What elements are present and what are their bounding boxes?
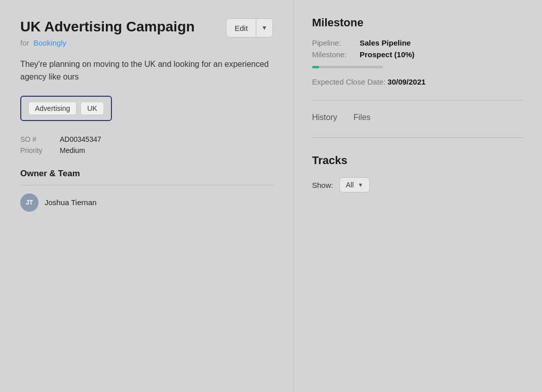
show-dropdown-value: All — [346, 181, 354, 189]
panel-divider — [312, 100, 524, 101]
progress-bar-container — [312, 66, 383, 68]
milestone-value: Prospect (10%) — [360, 50, 414, 59]
company-link[interactable]: Bookingly — [33, 38, 66, 47]
tracks-section: Tracks Show: All ▼ — [312, 154, 524, 192]
pipeline-value: Sales Pipeline — [360, 38, 411, 47]
milestone-row: Milestone: Prospect (10%) — [312, 50, 524, 59]
tabs-row: History Files — [312, 113, 524, 125]
pipeline-label: Pipeline: — [312, 38, 358, 47]
chevron-down-icon: ▼ — [358, 182, 363, 188]
edit-button[interactable]: Edit — [226, 19, 256, 37]
header-row: UK Advertising Campaign for Bookingly Ed… — [20, 18, 273, 48]
show-label: Show: — [312, 181, 333, 189]
tags-container: Advertising UK — [20, 96, 112, 121]
progress-bar-fill — [312, 66, 319, 68]
tab-files[interactable]: Files — [354, 113, 371, 125]
close-date-value: 30/09/2021 — [388, 77, 425, 86]
so-row: SO # AD00345347 — [20, 135, 273, 143]
tab-history[interactable]: History — [312, 113, 337, 125]
priority-label: Priority — [20, 146, 56, 154]
description-text: They're planning on moving to the UK and… — [20, 58, 273, 84]
edit-dropdown-button[interactable]: ▼ — [256, 19, 273, 37]
close-date-row: Expected Close Date: 30/09/2021 — [312, 77, 524, 86]
meta-section: SO # AD00345347 Priority Medium — [20, 135, 273, 154]
close-date-label: Expected Close Date: — [312, 77, 385, 86]
campaign-title: UK Advertising Campaign — [20, 18, 226, 35]
show-row: Show: All ▼ — [312, 177, 524, 192]
so-label: SO # — [20, 135, 56, 143]
owner-row: JT Joshua Tiernan — [20, 193, 273, 212]
left-panel: UK Advertising Campaign for Bookingly Ed… — [0, 0, 294, 392]
owner-divider — [20, 185, 273, 185]
priority-value: Medium — [60, 146, 85, 154]
pipeline-row: Pipeline: Sales Pipeline — [312, 38, 524, 47]
owner-name: Joshua Tiernan — [45, 198, 97, 207]
title-block: UK Advertising Campaign for Bookingly — [20, 18, 226, 48]
chevron-down-icon: ▼ — [261, 24, 267, 31]
right-panel: Milestone Pipeline: Sales Pipeline Miles… — [294, 0, 542, 392]
avatar: JT — [20, 193, 38, 212]
milestone-label: Milestone: — [312, 50, 358, 59]
so-value: AD00345347 — [60, 135, 101, 143]
milestone-section: Milestone Pipeline: Sales Pipeline Miles… — [312, 16, 524, 86]
owner-section-title: Owner & Team — [20, 169, 273, 179]
tracks-title: Tracks — [312, 154, 524, 167]
panel-divider-2 — [312, 137, 524, 138]
edit-button-group: Edit ▼ — [226, 18, 273, 37]
show-dropdown[interactable]: All ▼ — [339, 177, 370, 192]
priority-row: Priority Medium — [20, 146, 273, 154]
owner-section: Owner & Team JT Joshua Tiernan — [20, 169, 273, 212]
tag-advertising: Advertising — [28, 102, 76, 115]
milestone-section-title: Milestone — [312, 16, 524, 29]
for-label: for — [20, 38, 29, 47]
tag-uk: UK — [81, 102, 103, 115]
